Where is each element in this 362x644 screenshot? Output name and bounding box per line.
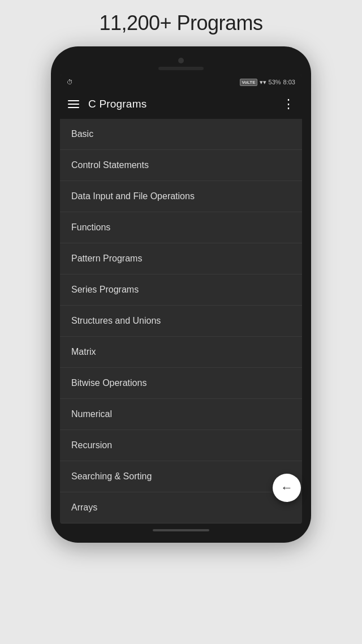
hamburger-icon[interactable] (68, 100, 79, 108)
list-item[interactable]: Pattern Programs (60, 243, 302, 274)
list-item[interactable]: Recursion (60, 430, 302, 461)
status-bar: ⏱ VoLTE ▾▾ 53% 8:03 (60, 75, 302, 89)
menu-list: BasicControl StatementsData Input and Fi… (60, 119, 302, 523)
wifi-icon: ▾▾ (260, 79, 266, 86)
menu-item-label: Arrays (71, 503, 97, 513)
menu-item-label: Bitwise Operations (71, 378, 146, 388)
page-title: 11,200+ Programs (99, 11, 262, 35)
menu-item-label: Matrix (71, 347, 96, 357)
list-item[interactable]: Arrays (60, 492, 302, 523)
menu-item-label: Series Programs (71, 285, 139, 295)
back-fab-button[interactable]: ← (273, 474, 301, 502)
menu-item-label: Control Statements (71, 160, 149, 170)
speaker (158, 67, 204, 70)
phone-frame: ⏱ VoLTE ▾▾ 53% 8:03 C Programs ⋮ BasicC (51, 46, 311, 543)
status-left-icon: ⏱ (67, 79, 73, 85)
menu-item-label: Functions (71, 222, 110, 233)
status-right: VoLTE ▾▾ 53% 8:03 (240, 79, 295, 86)
phone-top (57, 58, 305, 70)
list-item[interactable]: Control Statements (60, 150, 302, 181)
menu-item-label: Recursion (71, 440, 112, 450)
clock: 8:03 (283, 79, 295, 85)
list-item[interactable]: Numerical (60, 399, 302, 430)
menu-item-label: Basic (71, 129, 93, 139)
menu-item-label: Numerical (71, 409, 112, 419)
toolbar: C Programs ⋮ (60, 89, 302, 119)
toolbar-title: C Programs (88, 98, 146, 110)
back-arrow-icon: ← (281, 480, 293, 495)
list-item[interactable]: Data Input and File Operations (60, 181, 302, 212)
list-item[interactable]: Bitwise Operations (60, 368, 302, 399)
menu-item-label: Pattern Programs (71, 254, 142, 264)
list-item[interactable]: Searching & Sorting (60, 461, 302, 492)
list-item[interactable]: Functions (60, 212, 302, 243)
menu-item-label: Structures and Unions (71, 316, 161, 326)
volte-badge: VoLTE (240, 79, 257, 86)
list-item[interactable]: Series Programs (60, 274, 302, 306)
toolbar-left: C Programs (68, 98, 146, 110)
camera (178, 58, 184, 63)
list-item[interactable]: Basic (60, 119, 302, 150)
menu-item-label: Searching & Sorting (71, 471, 152, 482)
phone-screen: ⏱ VoLTE ▾▾ 53% 8:03 C Programs ⋮ BasicC (60, 75, 302, 523)
menu-item-label: Data Input and File Operations (71, 191, 195, 201)
list-item[interactable]: Structures and Unions (60, 306, 302, 337)
list-item[interactable]: Matrix (60, 337, 302, 368)
more-options-icon[interactable]: ⋮ (282, 97, 294, 111)
battery-level: 53% (269, 79, 281, 85)
phone-bottom (57, 529, 305, 531)
home-bar (153, 529, 209, 531)
